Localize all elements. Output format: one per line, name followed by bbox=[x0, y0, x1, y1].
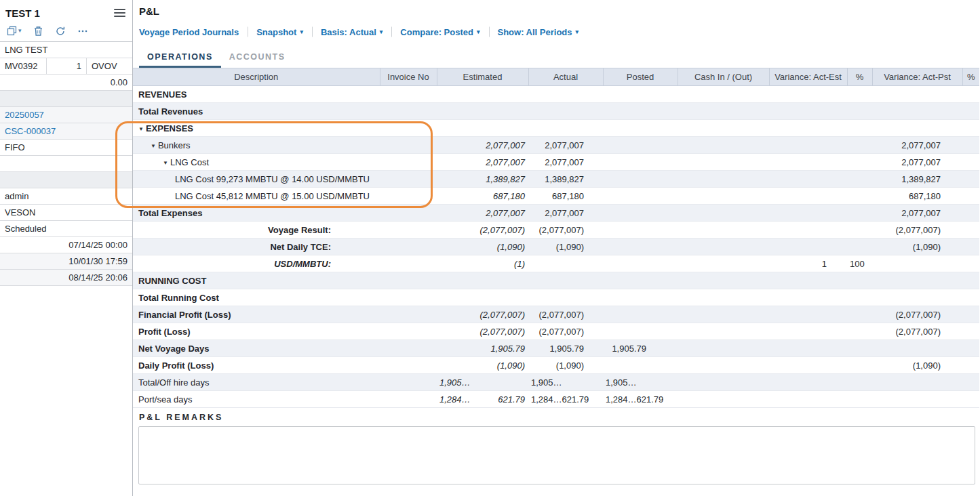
cell-cash bbox=[678, 340, 769, 357]
cell-pct_ap bbox=[962, 222, 979, 239]
pl-row-profit-loss[interactable]: Profit (Loss)(2,077,007)(2,077,007)(2,07… bbox=[133, 323, 979, 340]
cell-pct_ap bbox=[962, 137, 979, 154]
pl-row-revenues[interactable]: REVENUES bbox=[133, 86, 979, 103]
row-description: Total Running Cost bbox=[138, 293, 219, 303]
sidebar-field[interactable]: LNG TEST bbox=[0, 42, 132, 58]
cell-act: 2,077,007 bbox=[528, 137, 603, 154]
cell-pct_ae bbox=[847, 289, 872, 306]
column-header-actual[interactable]: Actual bbox=[528, 68, 603, 86]
pl-row-lng-cost[interactable]: ▼LNG Cost2,077,0072,077,0072,077,007 bbox=[133, 154, 979, 171]
pl-row-expenses[interactable]: ▼EXPENSES bbox=[133, 120, 979, 137]
cell-pct_ap bbox=[962, 272, 979, 289]
sidebar-field[interactable]: 0.00 bbox=[0, 75, 132, 90]
cell-act: (2,077,007) bbox=[528, 323, 603, 340]
pl-row-net-voyage-days[interactable]: Net Voyage Days1,905.791,905.791,905.79 bbox=[133, 340, 979, 357]
pl-row-financial-profit-loss[interactable]: Financial Profit (Loss)(2,077,007)(2,077… bbox=[133, 306, 979, 323]
cell-inv bbox=[380, 239, 437, 255]
refresh-button[interactable] bbox=[55, 26, 66, 37]
cell-cash bbox=[678, 272, 769, 289]
cell-act: 1,389,827 bbox=[528, 171, 603, 188]
cell-est: 1,389,827 bbox=[437, 171, 528, 188]
sidebar-field[interactable]: VESON bbox=[0, 205, 132, 220]
cell-var_ae bbox=[769, 120, 847, 137]
pl-row-net-daily-tce[interactable]: Net Daily TCE:(1,090)(1,090)(1,090) bbox=[133, 239, 979, 255]
pl-row-usd-mmbtu[interactable]: USD/MMBTU:(1)1100 bbox=[133, 255, 979, 272]
toolbar-show-all-periods[interactable]: Show: All Periods▾ bbox=[498, 27, 579, 37]
sidebar-field[interactable]: Scheduled bbox=[0, 221, 132, 236]
pl-row-total-expenses[interactable]: Total Expenses2,077,0072,077,0072,077,00… bbox=[133, 205, 979, 222]
cell-var_ap: (1,090) bbox=[872, 357, 962, 374]
cell-var_ae bbox=[769, 239, 847, 255]
cell-cash bbox=[678, 239, 769, 255]
row-description: RUNNING COST bbox=[138, 276, 206, 286]
collapse-arrow-icon[interactable]: ▼ bbox=[151, 143, 156, 149]
column-header-item-7[interactable]: % bbox=[847, 68, 872, 86]
cell-var_ae bbox=[769, 391, 847, 408]
pnl-main: P&L Voyage Period JournalsSnapshot▾Basis… bbox=[133, 0, 980, 496]
sidebar-field[interactable]: 1 bbox=[46, 58, 86, 74]
remarks-textarea[interactable] bbox=[138, 426, 975, 484]
pl-row-bunkers[interactable]: ▼Bunkers2,077,0072,077,0072,077,007 bbox=[133, 137, 979, 154]
cell-est: (1,090) bbox=[437, 357, 528, 374]
more-button[interactable] bbox=[77, 26, 88, 37]
sidebar-link[interactable]: CSC-000037 bbox=[0, 123, 132, 139]
column-header-description[interactable]: Description bbox=[133, 68, 380, 86]
column-header-item-9[interactable]: % bbox=[962, 68, 979, 86]
tab-operations[interactable]: OPERATIONS bbox=[139, 47, 221, 68]
cell-pct_ap bbox=[962, 323, 979, 340]
cell-var_ap bbox=[872, 86, 962, 103]
column-header-invoice-no[interactable]: Invoice No bbox=[380, 68, 437, 86]
cell-post bbox=[603, 222, 678, 239]
toolbar-label: Show: All Periods bbox=[498, 27, 572, 37]
pl-row-total-revenues[interactable]: Total Revenues bbox=[133, 103, 979, 120]
toolbar-voyage-period-journals[interactable]: Voyage Period Journals bbox=[139, 27, 239, 37]
copy-voyage-button[interactable]: ▾ bbox=[7, 26, 22, 36]
cell-pct_ae bbox=[847, 103, 872, 120]
pl-row-lng-cost-45-812-mmbtu-15-00-usd-mmbtu[interactable]: LNG Cost 45,812 MMBTU @ 15.00 USD/MMBTU6… bbox=[133, 188, 979, 205]
collapse-arrow-icon[interactable]: ▼ bbox=[163, 160, 168, 166]
sidebar-field[interactable]: 10/01/30 17:59 bbox=[0, 253, 132, 269]
column-header-posted[interactable]: Posted bbox=[603, 68, 678, 86]
cell-var_ap bbox=[872, 255, 962, 272]
toolbar-label: Basis: Actual bbox=[321, 27, 376, 37]
pl-row-running-cost[interactable]: RUNNING COST bbox=[133, 272, 979, 289]
chevron-down-icon: ▾ bbox=[380, 29, 383, 35]
toolbar-compare-posted[interactable]: Compare: Posted▾ bbox=[400, 27, 479, 37]
sidebar-field[interactable]: admin bbox=[0, 188, 132, 204]
cell-pct_ae bbox=[847, 188, 872, 205]
toolbar-snapshot[interactable]: Snapshot▾ bbox=[256, 27, 303, 37]
pl-row-total-off-hire-days[interactable]: Total/Off hire days1,905…1,905…1,905… bbox=[133, 374, 979, 391]
cell-var_ae bbox=[769, 154, 847, 171]
cell-cash bbox=[678, 188, 769, 205]
sidebar-field[interactable]: 07/14/25 00:00 bbox=[0, 237, 132, 253]
pl-row-lng-cost-99-273-mmbtu-14-00-usd-mmbtu[interactable]: LNG Cost 99,273 MMBTU @ 14.00 USD/MMBTU1… bbox=[133, 171, 979, 188]
row-description: Total Revenues bbox=[138, 106, 203, 117]
toolbar-basis-actual[interactable]: Basis: Actual▾ bbox=[321, 27, 383, 37]
delete-button[interactable] bbox=[33, 26, 43, 37]
cell-inv bbox=[380, 323, 437, 340]
sidebar-field[interactable]: OVOV bbox=[86, 58, 132, 74]
pl-row-voyage-result[interactable]: Voyage Result:(2,077,007)(2,077,007)(2,0… bbox=[133, 222, 979, 239]
column-header-estimated[interactable]: Estimated bbox=[437, 68, 528, 86]
pl-row-port-sea-days[interactable]: Port/sea days1,284…621.791,284…621.791,2… bbox=[133, 391, 979, 408]
sidebar-field[interactable]: 08/14/25 20:06 bbox=[0, 270, 132, 285]
sidebar-link[interactable]: 20250057 bbox=[0, 107, 132, 123]
pl-row-total-running-cost[interactable]: Total Running Cost bbox=[133, 289, 979, 306]
cell-post: 1,905… bbox=[603, 374, 678, 391]
cell-pct_ae bbox=[847, 323, 872, 340]
tab-accounts[interactable]: ACCOUNTS bbox=[221, 47, 294, 68]
sidebar-field[interactable]: FIFO bbox=[0, 140, 132, 155]
row-description: LNG Cost bbox=[170, 157, 209, 167]
menu-icon[interactable] bbox=[114, 5, 125, 20]
cell-cash bbox=[678, 374, 769, 391]
collapse-arrow-icon[interactable]: ▼ bbox=[138, 126, 144, 132]
cell-post bbox=[603, 137, 678, 154]
column-header-cash-in-out[interactable]: Cash In / (Out) bbox=[678, 68, 769, 86]
chevron-down-icon: ▾ bbox=[477, 29, 480, 35]
cell-post bbox=[603, 323, 678, 340]
column-header-variance-act-pst[interactable]: Variance: Act-Pst bbox=[872, 68, 962, 86]
pl-row-daily-profit-loss[interactable]: Daily Profit (Loss)(1,090)(1,090)(1,090) bbox=[133, 357, 979, 374]
column-header-variance-act-est[interactable]: Variance: Act-Est bbox=[769, 68, 847, 86]
sidebar-field[interactable]: MV0392 bbox=[0, 58, 46, 74]
cell-pct_ap bbox=[962, 340, 979, 357]
